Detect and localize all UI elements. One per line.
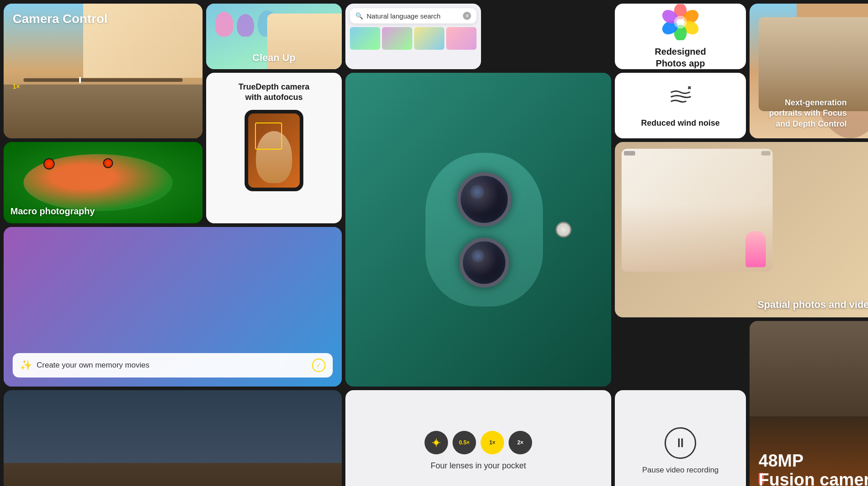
- cleanup-card: Clean Up: [206, 4, 342, 69]
- camera-module: [425, 153, 543, 307]
- portrait-photo: [759, 17, 868, 111]
- photo-thumb-2: [382, 27, 412, 50]
- portraits-card: Next-generation portraits with Focus and…: [750, 4, 868, 138]
- lens-button-group: 0.5× 1× 2×: [425, 431, 532, 454]
- camera-slider[interactable]: [24, 78, 183, 82]
- pause-button[interactable]: ⏸: [665, 427, 696, 459]
- macro-card: Macro photography: [4, 142, 203, 223]
- macro-title: Macro photography: [10, 206, 95, 217]
- pause-video-title: Pause video recording: [642, 466, 718, 475]
- memory-prompt-text: Create your own memory movies: [37, 361, 307, 370]
- four-lenses-title: Four lenses in your pocket: [430, 461, 526, 471]
- wind-noise-title: Reduced wind noise: [641, 118, 720, 128]
- wind-icon: [667, 83, 694, 114]
- search-icon: 🔍: [355, 12, 363, 19]
- face-detection-box: [255, 123, 282, 150]
- camera-control-title: Camera Control: [13, 12, 108, 26]
- memory-input-bar[interactable]: ✨ Create your own memory movies ✓: [13, 353, 333, 377]
- search-card: 🔍 Natural language search ✕: [345, 4, 481, 69]
- photos-app-title: RedesignedPhotos app: [655, 46, 706, 69]
- photos-app-icon: [662, 4, 698, 40]
- cleanup-title: Clean Up: [252, 52, 295, 64]
- memory-movies-card: ✨ Create your own memory movies ✓: [4, 227, 342, 387]
- center-phone-card: [345, 73, 611, 387]
- ultrawide-card: New Ultra Wide with autofocus: [4, 390, 342, 486]
- fusion-camera-card: 48MP Fusion camera with 2× Telephoto: [750, 321, 868, 486]
- truedepth-card: TrueDepth camerawith autofocus: [206, 73, 342, 223]
- fusion-name: Fusion camera: [759, 471, 868, 486]
- landscape-background: [4, 85, 203, 138]
- search-query: Natural language search: [367, 12, 459, 20]
- phone-screen: [248, 113, 300, 188]
- search-bar[interactable]: 🔍 Natural language search ✕: [350, 8, 476, 24]
- ground-foreground: [4, 463, 342, 486]
- camera-control-card: 1× Camera Control: [4, 4, 203, 138]
- phone-mockup: [245, 110, 303, 191]
- one-x-lens-button[interactable]: 1×: [481, 431, 504, 454]
- photo-grid: [350, 27, 476, 65]
- photo-thumb-3: [414, 27, 444, 50]
- macro-lens-button[interactable]: [425, 431, 448, 454]
- fusion-mp-label: 48MP: [759, 452, 868, 471]
- search-clear-button[interactable]: ✕: [463, 12, 471, 20]
- memory-icon: ✨: [20, 359, 32, 371]
- frog-eye-left: [43, 158, 55, 170]
- spatial-card: Spatial photos and videos: [615, 142, 868, 317]
- memory-check-button[interactable]: ✓: [312, 359, 326, 372]
- spatial-title: Spatial photos and videos: [757, 299, 868, 311]
- zoom-label: 1×: [13, 83, 20, 90]
- svg-point-6: [674, 16, 687, 28]
- flash-element: [556, 222, 571, 238]
- svg-point-9: [434, 440, 439, 445]
- wind-noise-card: Reduced wind noise: [615, 73, 746, 138]
- figure-1: [215, 12, 233, 37]
- photo-thumb-1: [350, 27, 380, 50]
- figure-2: [237, 14, 254, 37]
- photo-thumb-4: [446, 27, 476, 50]
- fusion-text-block: 48MP Fusion camera with 2× Telephoto: [759, 452, 868, 486]
- lens-secondary: [459, 238, 509, 288]
- portraits-title: Next-generation portraits with Focus and…: [756, 98, 847, 129]
- frog-eye-right: [103, 158, 113, 168]
- photos-app-card: RedesignedPhotos app: [615, 4, 746, 69]
- main-grid: 1× Camera Control Clean Up 🔍 Natural lan…: [0, 0, 868, 486]
- two-x-lens-button[interactable]: 2×: [509, 431, 532, 454]
- truedepth-title: TrueDepth camerawith autofocus: [238, 82, 309, 103]
- pause-icon: ⏸: [674, 435, 687, 450]
- pause-video-card: ⏸ Pause video recording: [615, 390, 746, 486]
- lens-main: [457, 172, 511, 226]
- half-x-lens-button[interactable]: 0.5×: [453, 431, 476, 454]
- spatial-photo-indoor: [622, 149, 773, 272]
- four-lenses-card: 0.5× 1× 2× Four lenses in your pocket: [345, 390, 611, 486]
